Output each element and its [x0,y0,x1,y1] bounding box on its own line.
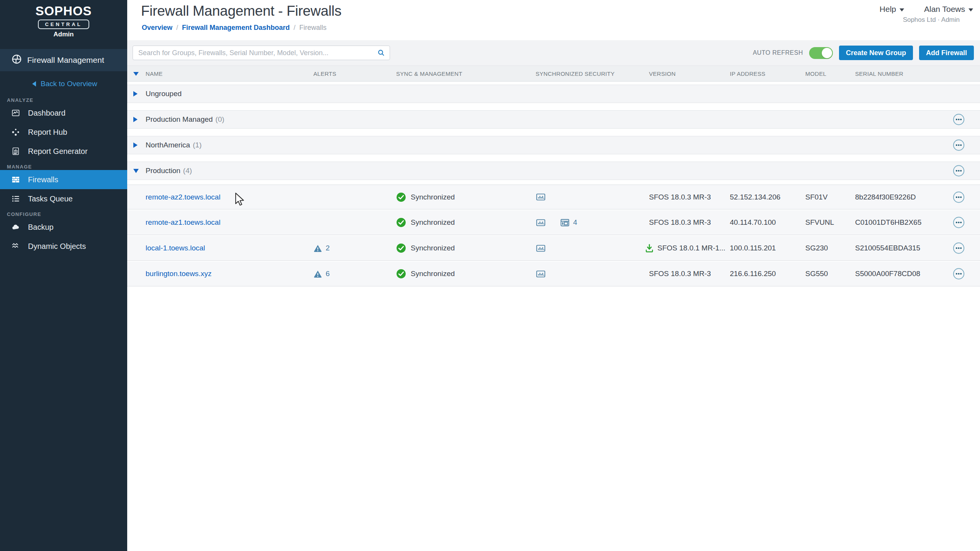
column-header-model[interactable]: MODEL [805,66,855,81]
sidebar-item-firewalls[interactable]: Firewalls [0,170,127,189]
sidebar-item-label: Firewalls [28,175,58,184]
row-menu-button[interactable] [953,165,965,177]
model: SG230 [805,244,828,252]
help-menu[interactable]: Help [880,5,904,14]
collapse-group-icon[interactable] [133,169,139,173]
group-count: (1) [193,141,202,149]
page-title: Firewall Management - Firewalls [141,3,341,19]
version-text: SFOS 18.0.3 MR-3 [649,193,711,201]
sidebar-item-backup[interactable]: Backup [0,217,127,237]
firewall-name-link[interactable]: burlington.toews.xyz [146,270,211,278]
sidebar-item-label: Report Hub [28,128,67,137]
page-header: Firewall Management - Firewalls Overview… [127,0,980,40]
serial-number: C01001DT6HB2X65 [855,218,921,227]
breadcrumb-separator: / [293,24,295,32]
reports-icon[interactable] [536,243,546,253]
column-header-syncsec[interactable]: SYNCHRONIZED SECURITY [536,66,649,81]
column-header-version[interactable]: VERSION [649,66,730,81]
sidebar-item-label: Tasks Queue [28,195,73,203]
chevron-down-icon [900,8,904,11]
model: SF01V [805,193,828,201]
alerts-indicator[interactable]: 2 [313,244,330,253]
reports-icon[interactable] [536,192,546,202]
row-menu-button[interactable] [953,191,965,203]
warning-icon [313,244,322,253]
account-area: Help Alan Toews Sophos Ltd · Admin [880,5,973,24]
breadcrumb-link[interactable]: Firewall Management Dashboard [182,24,290,32]
report-hub-icon [11,128,20,136]
user-name: Alan Toews [924,5,965,14]
sidebar-item-report-hub[interactable]: Report Hub [0,123,127,142]
expand-group-icon[interactable] [133,117,138,122]
group-row-northamerica[interactable]: NorthAmerica(1) [127,136,980,154]
nav-section-label: CONFIGURE [0,211,127,217]
version-text: SFOS 18.0.3 MR-3 [649,270,711,278]
firewall-name-link[interactable]: remote-az2.toews.local [146,193,220,201]
create-new-group-button[interactable]: Create New Group [839,46,913,60]
firewall-name-link[interactable]: remote-az1.toews.local [146,218,220,227]
sidebar-item-report-generator[interactable]: Report Generator [0,142,127,161]
auto-refresh-toggle[interactable] [809,47,833,59]
app-title: Firewall Management [27,56,104,65]
sort-desc-icon[interactable] [133,72,139,76]
app-title-band: Firewall Management [0,49,127,71]
group-row-ungrouped[interactable]: Ungrouped [127,85,980,103]
back-to-overview-link[interactable]: Back to Overview [0,77,127,90]
expand-group-icon[interactable] [133,142,138,148]
help-label: Help [880,5,896,14]
auto-refresh-label: AUTO REFRESH [753,49,803,56]
version-text: SFOS 18.0.3 MR-3 [649,218,711,227]
user-menu[interactable]: Alan Toews [924,5,973,14]
ip-address: 216.6.116.250 [730,270,776,278]
search-input[interactable] [133,46,390,60]
alert-count: 2 [326,244,330,252]
breadcrumb-current: Firewalls [299,24,326,32]
row-menu-button[interactable] [953,139,965,151]
sidebar-item-dynamic-objects[interactable]: Dynamic Objects [0,237,127,256]
sidebar-item-dashboard[interactable]: Dashboard [0,103,127,123]
backup-icon [11,223,20,231]
sync-status-text: Synchronized [411,218,455,227]
sidebar: SOPHOS CENTRAL Admin Firewall Management… [0,0,127,551]
toggle-knob [822,48,832,58]
version-text: SFOS 18.0.1 MR-1... [657,244,725,252]
serial-number: S5000A00F78CD08 [855,270,920,278]
row-menu-button[interactable] [953,242,965,254]
firewalls-icon [11,175,20,184]
ip-address: 40.114.70.100 [730,218,776,227]
central-badge: CENTRAL [38,20,89,29]
firewall-name-link[interactable]: local-1.toews.local [146,244,205,252]
apps-count: 4 [573,218,577,227]
alerts-indicator[interactable]: 6 [313,270,330,278]
add-firewall-button[interactable]: Add Firewall [919,46,974,60]
synced-apps-indicator[interactable]: 4 [560,217,577,228]
sync-status-text: Synchronized [411,244,455,252]
sync-status-text: Synchronized [411,193,455,201]
row-menu-button[interactable] [953,217,965,229]
check-circle-icon [396,192,406,202]
expand-group-icon[interactable] [133,91,138,96]
row-menu-button[interactable] [953,114,965,126]
reports-icon[interactable] [536,269,546,279]
sidebar-item-tasks-queue[interactable]: Tasks Queue [0,189,127,208]
reports-icon[interactable] [536,217,546,228]
chevron-down-icon [969,8,973,11]
check-circle-icon [396,269,406,279]
row-menu-button[interactable] [953,268,965,280]
search-icon[interactable] [377,49,385,57]
brand-name: SOPHOS [0,4,127,18]
column-header-serial[interactable]: SERIAL NUMBER [855,66,980,81]
dynamic-objects-icon [11,242,20,250]
breadcrumb-link[interactable]: Overview [142,24,172,32]
firewall-row: burlington.toews.xyz6SynchronizedSFOS 18… [127,262,980,286]
main-content: Firewall Management - Firewalls Overview… [127,0,980,551]
column-header-ip[interactable]: IP ADDRESS [730,66,805,81]
group-row-production-managed[interactable]: Production Managed(0) [127,110,980,129]
update-available-download-icon [649,243,654,253]
group-row-production[interactable]: Production(4) [127,162,980,180]
column-header-sync[interactable]: SYNC & MANAGEMENT [396,66,536,81]
column-header-name[interactable]: NAME [127,66,313,81]
column-header-alerts[interactable]: ALERTS [313,66,396,81]
ip-address: 52.152.134.206 [730,193,780,201]
breadcrumb: Overview/Firewall Management Dashboard/F… [142,24,326,32]
